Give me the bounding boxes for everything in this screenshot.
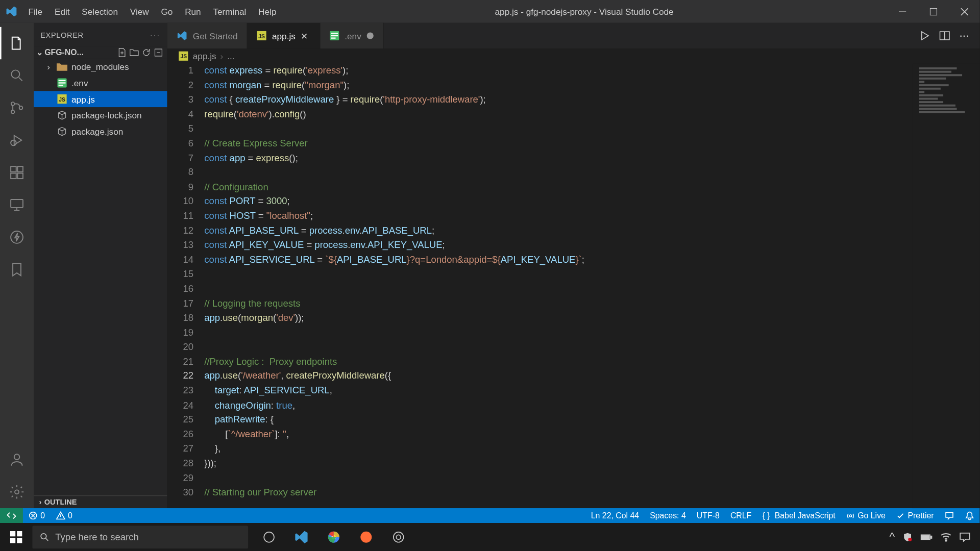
bookmark-icon[interactable] [0,254,34,286]
maximize-button[interactable] [918,0,949,23]
system-tray[interactable]: ^ [889,531,979,544]
svg-rect-36 [17,538,22,543]
svg-rect-10 [17,166,23,172]
pkg-file-icon [57,110,67,120]
start-button[interactable] [0,523,32,551]
prettier[interactable]: Prettier [891,511,939,520]
svg-rect-0 [898,11,906,12]
remote-indicator[interactable] [0,508,23,523]
windows-taskbar: Type here to search ^ [0,523,979,551]
svg-point-44 [908,538,912,541]
sidebar-more-icon[interactable]: ··· [150,31,160,39]
menu-edit[interactable]: Edit [49,4,75,19]
js-file-icon: JS [178,51,189,61]
svg-point-3 [11,102,15,106]
chrome-taskbar-icon[interactable] [318,523,350,551]
taskbar-search[interactable]: Type here to search [32,525,248,548]
tray-action-center-icon[interactable] [960,533,970,542]
breadcrumb[interactable]: JS app.js › ... [167,48,980,63]
close-tab-icon[interactable]: ✕ [301,31,310,41]
svg-rect-8 [11,173,16,179]
breadcrumb-rest: ... [227,51,234,61]
editor-tab[interactable]: .env [321,23,384,48]
menu-terminal[interactable]: Terminal [208,4,252,19]
file-tree-item[interactable]: package.json [34,123,167,140]
minimize-button[interactable] [887,0,918,23]
more-actions-icon[interactable]: ··· [960,29,969,42]
menu-run[interactable]: Run [180,4,207,19]
breadcrumb-file: app.js [193,51,216,61]
vscode-taskbar-icon[interactable] [286,523,317,551]
file-tree-item[interactable]: ›node_modules [34,59,167,75]
file-tree-item[interactable]: JSapp.js [34,91,167,107]
source-control-icon[interactable] [0,92,34,124]
search-icon[interactable] [0,59,34,91]
cortana-icon[interactable] [254,523,285,551]
tab-file-icon: JS [257,31,266,40]
tab-file-icon [177,30,187,41]
warnings-indicator[interactable]: 0 [51,511,78,520]
split-editor-icon[interactable] [939,30,950,41]
code-editor[interactable]: 1234567891011121314151617181920212223242… [167,63,980,508]
debug-icon[interactable] [0,124,34,156]
eol[interactable]: CRLF [725,511,757,520]
menu-help[interactable]: Help [253,4,282,19]
notifications-icon[interactable] [960,511,980,520]
obs-taskbar-icon[interactable] [383,523,414,551]
file-name: package.json [71,127,123,137]
editor-tab[interactable]: JSapp.js✕ [248,23,320,48]
chevron-right-icon: › [44,62,53,72]
language-mode[interactable]: { }Babel JavaScript [757,511,841,520]
extensions-icon[interactable] [0,156,34,188]
menu-view[interactable]: View [125,4,154,19]
tray-wifi-icon[interactable] [941,533,951,542]
editor-tab[interactable]: Get Started [167,23,248,48]
tray-battery-icon[interactable] [920,533,933,541]
errors-indicator[interactable]: 0 [23,511,51,520]
tray-security-icon[interactable] [903,533,912,542]
explorer-icon[interactable] [0,27,34,59]
outline-section[interactable]: › OUTLINE [34,495,167,508]
collapse-icon[interactable] [154,48,163,57]
status-bar: 0 0 Ln 22, Col 44 Spaces: 4 UTF-8 CRLF {… [0,508,979,523]
minimap[interactable] [912,63,979,508]
folder-header[interactable]: ⌄GFG-NO... [34,46,167,59]
accounts-icon[interactable] [0,443,34,475]
cursor-position[interactable]: Ln 22, Col 44 [585,511,644,520]
taskbar-search-placeholder: Type here to search [55,532,138,542]
refresh-icon[interactable] [141,48,151,57]
indentation[interactable]: Spaces: 4 [645,511,692,520]
tray-chevron-icon[interactable]: ^ [889,531,895,544]
chevron-right-icon: › [39,498,42,506]
svg-text:JS: JS [259,34,265,39]
menu-selection[interactable]: Selection [77,4,124,19]
menu-file[interactable]: File [23,4,48,19]
svg-point-5 [19,106,23,110]
postman-taskbar-icon[interactable] [351,523,382,551]
new-folder-icon[interactable] [130,48,139,57]
svg-point-37 [41,534,46,539]
svg-point-4 [11,110,15,114]
svg-rect-7 [11,166,16,172]
go-live[interactable]: Go Live [841,511,891,520]
svg-rect-1 [930,8,937,15]
encoding[interactable]: UTF-8 [691,511,725,520]
close-button[interactable] [949,0,980,23]
file-tree: ›node_modules.envJSapp.jspackage-lock.js… [34,59,167,140]
run-icon[interactable] [919,30,929,41]
remote-explorer-icon[interactable] [0,189,34,221]
activity-bar [0,23,34,508]
thunder-icon[interactable] [0,221,34,253]
file-name: node_modules [71,62,129,72]
file-tree-item[interactable]: .env [34,75,167,91]
settings-gear-icon[interactable] [0,476,34,508]
tab-label: app.js [272,31,296,41]
new-file-icon[interactable] [117,48,127,57]
svg-rect-47 [922,535,929,539]
menu-bar: FileEditSelectionViewGoRunTerminalHelp [23,4,282,19]
menu-go[interactable]: Go [156,4,178,19]
svg-rect-19 [59,85,63,86]
file-tree-item[interactable]: package-lock.json [34,107,167,123]
sidebar: EXPLORER ··· ⌄GFG-NO... ›node_modules.en… [34,23,167,508]
feedback-icon[interactable] [939,511,960,520]
